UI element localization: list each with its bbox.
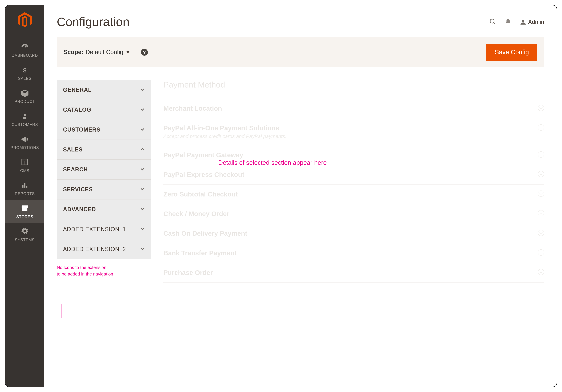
config-section-row[interactable]: Purchase Order <box>164 263 544 283</box>
config-section-row[interactable]: Zero Subtotal Checkout <box>164 184 544 204</box>
expand-icon <box>538 124 544 131</box>
storefront-icon <box>6 204 43 213</box>
config-tab-label: CATALOG <box>63 106 140 113</box>
search-icon[interactable] <box>489 18 496 26</box>
expand-icon <box>538 269 544 275</box>
config-tab-catalog[interactable]: CATALOG <box>57 100 151 120</box>
config-tab-added-extension-2[interactable]: ADDED EXTENSION_2 <box>57 239 151 259</box>
sidebar-item-label: PROMOTIONS <box>6 145 43 150</box>
sidebar-item-label: SYSTEMS <box>6 238 43 242</box>
barchart-icon <box>6 181 43 190</box>
scope-label: Scope: <box>63 49 83 56</box>
section-row-title: Bank Transfer Payment <box>164 249 538 257</box>
caret-down-icon <box>126 51 130 53</box>
svg-rect-7 <box>26 186 27 188</box>
svg-rect-2 <box>22 159 28 165</box>
help-icon[interactable]: ? <box>141 49 148 56</box>
config-tab-services[interactable]: SERVICES <box>57 180 151 199</box>
config-section-row[interactable]: Merchant Location <box>164 99 544 118</box>
svg-text:$: $ <box>23 67 26 74</box>
layout-icon <box>6 158 43 167</box>
config-tab-advanced[interactable]: ADVANCED <box>57 199 151 219</box>
scope-selector[interactable]: Default Config <box>83 49 130 56</box>
expand-icon <box>538 191 544 197</box>
gear-icon <box>6 227 43 236</box>
section-row-title: Merchant Location <box>164 105 538 112</box>
config-tab-label: GENERAL <box>63 87 140 93</box>
section-row-title: PayPal Express Checkout <box>164 171 538 178</box>
sidebar-item-label: CMS <box>6 168 43 173</box>
svg-line-9 <box>493 23 495 24</box>
config-tab-label: ADVANCED <box>63 206 140 213</box>
config-tab-general[interactable]: GENERAL <box>57 80 151 100</box>
box-icon <box>6 89 43 98</box>
person-icon <box>6 112 43 121</box>
bell-icon[interactable] <box>505 18 511 26</box>
config-tab-label: SALES <box>63 146 140 153</box>
chevron-down-icon <box>140 207 145 212</box>
account-menu[interactable]: Admin <box>520 19 544 25</box>
sidebar-item-sales[interactable]: $SALES <box>5 61 44 84</box>
expand-icon <box>538 230 544 236</box>
sidebar-item-product[interactable]: PRODUCT <box>5 84 44 108</box>
page-title: Configuration <box>57 15 489 29</box>
sidebar-item-dashboard[interactable]: DASHBOARD <box>5 38 44 61</box>
annotation-nav-note: No Icons to the extension to be added in… <box>57 264 151 277</box>
sidebar-item-label: CUSTOMERS <box>6 122 43 127</box>
sidebar-item-customers[interactable]: CUSTOMERS <box>5 108 44 131</box>
section-row-title: PayPal All-in-One Payment Solutions <box>164 124 538 132</box>
config-tab-search[interactable]: SEARCH <box>57 160 151 180</box>
section-row-title: Zero Subtotal Checkout <box>164 191 538 198</box>
chevron-down-icon <box>140 107 145 112</box>
dashboard-icon <box>6 43 43 52</box>
sidebar-item-promotions[interactable]: PROMOTIONS <box>5 131 44 154</box>
config-section-row[interactable]: Bank Transfer Payment <box>164 243 544 263</box>
divider <box>11 35 39 35</box>
sidebar-item-label: REPORTS <box>6 191 43 196</box>
section-row-title: Cash On Delivery Payment <box>164 230 538 237</box>
svg-rect-5 <box>22 185 23 188</box>
sidebar-item-stores[interactable]: STORES <box>5 200 44 223</box>
chevron-down-icon <box>140 227 145 232</box>
config-section-row[interactable]: PayPal All-in-One Payment SolutionsAccep… <box>164 118 544 145</box>
config-tab-added-extension-1[interactable]: ADDED EXTENSION_1 <box>57 219 151 239</box>
svg-point-8 <box>490 19 494 23</box>
sidebar-item-reports[interactable]: REPORTS <box>5 177 44 200</box>
main-content: Configuration Admin Scope: Default Confi… <box>44 5 557 387</box>
config-section-row[interactable]: Check / Money Order <box>164 204 544 224</box>
annotation-pointer <box>61 304 61 318</box>
svg-point-10 <box>522 20 525 22</box>
svg-rect-6 <box>24 183 25 188</box>
section-row-title: Purchase Order <box>164 269 538 277</box>
config-tab-label: CUSTOMERS <box>63 126 140 133</box>
chevron-down-icon <box>140 167 145 172</box>
save-config-button[interactable]: Save Config <box>486 44 537 61</box>
section-row-title: Check / Money Order <box>164 210 538 218</box>
expand-icon <box>538 210 544 216</box>
sidebar-item-label: PRODUCT <box>6 99 43 104</box>
config-section-row[interactable]: PayPal Express Checkout <box>164 165 544 184</box>
config-tab-sales[interactable]: SALES <box>57 140 151 160</box>
config-tab-customers[interactable]: CUSTOMERS <box>57 120 151 140</box>
sidebar-item-systems[interactable]: SYSTEMS <box>5 223 44 246</box>
chevron-down-icon <box>140 87 145 92</box>
config-tab-label: SERVICES <box>63 186 140 193</box>
expand-icon <box>538 151 544 158</box>
scope-value: Default Config <box>86 49 123 56</box>
sidebar-item-label: SALES <box>6 76 43 81</box>
dollar-icon: $ <box>6 66 43 75</box>
user-icon <box>520 19 526 25</box>
sidebar-item-cms[interactable]: CMS <box>5 154 44 177</box>
config-tab-label: ADDED EXTENSION_2 <box>63 246 140 253</box>
expand-icon <box>538 105 544 111</box>
chevron-up-icon <box>140 147 145 152</box>
account-label: Admin <box>528 19 544 25</box>
magento-logo <box>5 5 44 35</box>
section-title: Payment Method <box>164 80 544 89</box>
expand-icon <box>538 171 544 177</box>
scope-toolbar: Scope: Default Config ? Save Config <box>57 37 544 68</box>
config-section-row[interactable]: Cash On Delivery Payment <box>164 224 544 243</box>
config-detail: Payment Method Merchant LocationPayPal A… <box>151 80 544 387</box>
expand-icon <box>538 249 544 256</box>
chevron-down-icon <box>140 187 145 192</box>
